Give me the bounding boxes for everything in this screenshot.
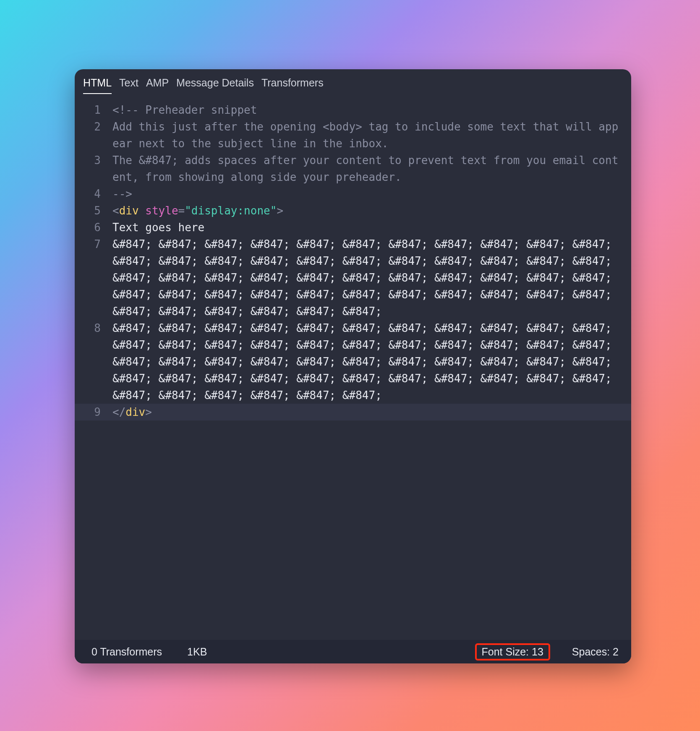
code-text[interactable]: &#847; &#847; &#847; &#847; &#847; &#847…	[112, 236, 631, 320]
line-number: 7	[75, 236, 112, 320]
tab-text[interactable]: Text	[119, 77, 138, 94]
line-number: 9	[75, 404, 112, 420]
tab-html[interactable]: HTML	[83, 77, 112, 94]
tab-amp[interactable]: AMP	[146, 77, 169, 94]
line-number: 3	[75, 152, 112, 185]
status-font-size[interactable]: Font Size: 13	[475, 643, 550, 661]
code-text[interactable]: Text goes here	[112, 219, 631, 236]
status-transformers[interactable]: 0 Transformers	[91, 646, 162, 658]
code-editor[interactable]: 1<!-- Preheader snippet2Add this just af…	[75, 94, 631, 640]
line-number: 6	[75, 219, 112, 236]
status-spaces[interactable]: Spaces: 2	[572, 646, 619, 658]
status-bar: 0 Transformers 1KB Font Size: 13 Spaces:…	[75, 640, 631, 663]
code-line[interactable]: 4-->	[75, 185, 631, 202]
code-line[interactable]: 3The &#847; adds spaces after your conte…	[75, 152, 631, 185]
code-text[interactable]: -->	[112, 185, 631, 202]
tab-transformers[interactable]: Transformers	[261, 77, 324, 94]
code-line[interactable]: 2Add this just after the opening <body> …	[75, 118, 631, 152]
line-number: 1	[75, 102, 112, 118]
code-text[interactable]: Add this just after the opening <body> t…	[112, 118, 631, 152]
status-size: 1KB	[187, 646, 207, 658]
tab-message-details[interactable]: Message Details	[176, 77, 254, 94]
code-text[interactable]: </div>	[112, 404, 631, 420]
line-number: 2	[75, 118, 112, 152]
line-number: 4	[75, 185, 112, 202]
code-line[interactable]: 9</div>	[75, 404, 631, 420]
code-text[interactable]: &#847; &#847; &#847; &#847; &#847; &#847…	[112, 320, 631, 404]
editor-window: HTML Text AMP Message Details Transforme…	[75, 69, 631, 663]
code-line[interactable]: 8&#847; &#847; &#847; &#847; &#847; &#84…	[75, 320, 631, 404]
code-text[interactable]: The &#847; adds spaces after your conten…	[112, 152, 631, 185]
code-text[interactable]: <div style="display:none">	[112, 202, 631, 219]
line-number: 8	[75, 320, 112, 404]
tab-bar: HTML Text AMP Message Details Transforme…	[75, 69, 631, 94]
line-number: 5	[75, 202, 112, 219]
code-line[interactable]: 7&#847; &#847; &#847; &#847; &#847; &#84…	[75, 236, 631, 320]
code-line[interactable]: 5<div style="display:none">	[75, 202, 631, 219]
code-text[interactable]: <!-- Preheader snippet	[112, 102, 631, 118]
code-line[interactable]: 1<!-- Preheader snippet	[75, 102, 631, 118]
code-line[interactable]: 6Text goes here	[75, 219, 631, 236]
